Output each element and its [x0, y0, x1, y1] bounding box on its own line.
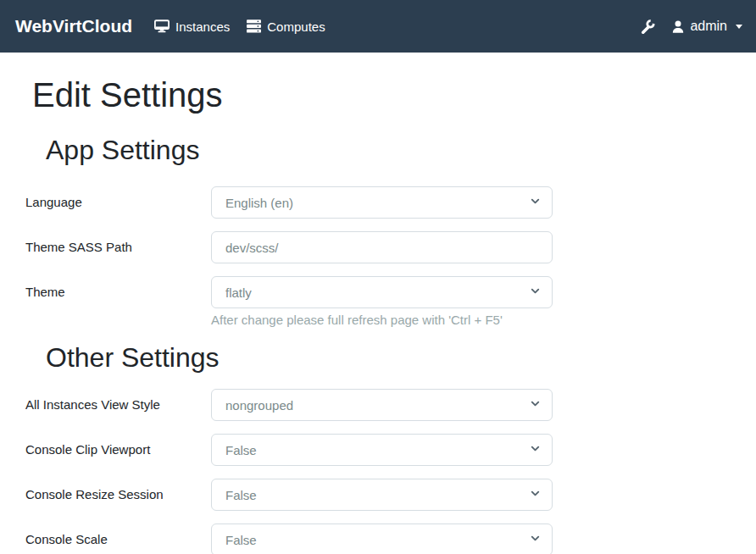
- settings-link[interactable]: [641, 19, 655, 34]
- form-row-language: Language English (en): [25, 186, 731, 219]
- field-label: Console Scale: [25, 524, 211, 554]
- all-instances-view-style-select[interactable]: nongrouped: [211, 389, 553, 421]
- main-content: Edit Settings App Settings Language Engl…: [0, 75, 756, 554]
- nav-item-label: Computes: [267, 19, 325, 34]
- form-row-theme-sass-path: Theme SASS Path: [25, 231, 731, 263]
- caret-down-icon: [736, 25, 742, 29]
- field-label: Console Resize Session: [25, 479, 211, 511]
- chevron-down-icon: [529, 397, 538, 413]
- field-label: Console Clip Viewport: [25, 434, 211, 466]
- top-navbar: WebVirtCloud Instances: [0, 0, 756, 53]
- user-dropdown[interactable]: admin: [672, 19, 742, 34]
- chevron-down-icon: [529, 487, 538, 502]
- user-icon: [672, 20, 684, 33]
- form-row-console-clip-viewport: Console Clip Viewport False: [25, 434, 731, 466]
- server-icon: [247, 19, 261, 33]
- selected-value: English (en): [225, 196, 293, 210]
- brand-logo[interactable]: WebVirtCloud: [15, 16, 132, 36]
- wrench-icon: [641, 19, 655, 34]
- chevron-down-icon: [529, 532, 538, 547]
- chevron-down-icon: [529, 195, 538, 210]
- form-row-console-scale: Console Scale False: [25, 524, 731, 554]
- chevron-down-icon: [529, 285, 538, 300]
- theme-select[interactable]: flatly: [211, 276, 553, 308]
- section-title-app-settings: App Settings: [46, 134, 731, 166]
- selected-value: False: [225, 488, 257, 502]
- form-row-console-resize-session: Console Resize Session False: [25, 479, 731, 511]
- section-title-other-settings: Other Settings: [46, 341, 731, 374]
- form-row-theme: Theme flatly After change please full re…: [25, 276, 731, 328]
- console-resize-session-select[interactable]: False: [211, 479, 553, 511]
- field-label: Theme: [25, 276, 211, 308]
- main-nav: Instances Computes: [146, 14, 334, 39]
- form-row-all-instances-view-style: All Instances View Style nongrouped: [25, 389, 731, 421]
- field-label: Language: [25, 186, 211, 219]
- selected-value: nongrouped: [225, 398, 293, 413]
- nav-item-instances[interactable]: Instances: [146, 14, 238, 39]
- page-title: Edit Settings: [32, 75, 731, 115]
- nav-item-computes[interactable]: Computes: [238, 14, 333, 39]
- console-scale-select[interactable]: False: [211, 524, 553, 554]
- nav-item-label: Instances: [175, 19, 230, 34]
- navbar-right: admin: [641, 19, 742, 34]
- field-label: Theme SASS Path: [25, 231, 211, 263]
- chevron-down-icon: [529, 442, 538, 457]
- selected-value: flatly: [225, 285, 252, 300]
- display-icon: [154, 19, 170, 33]
- console-clip-viewport-select[interactable]: False: [211, 434, 553, 466]
- theme-sass-path-input[interactable]: [211, 231, 553, 263]
- selected-value: False: [225, 533, 257, 547]
- field-label: All Instances View Style: [25, 389, 211, 421]
- selected-value: False: [225, 443, 257, 457]
- theme-help-text: After change please full refresh page wi…: [211, 313, 553, 328]
- language-select[interactable]: English (en): [211, 186, 553, 219]
- user-name: admin: [690, 19, 727, 34]
